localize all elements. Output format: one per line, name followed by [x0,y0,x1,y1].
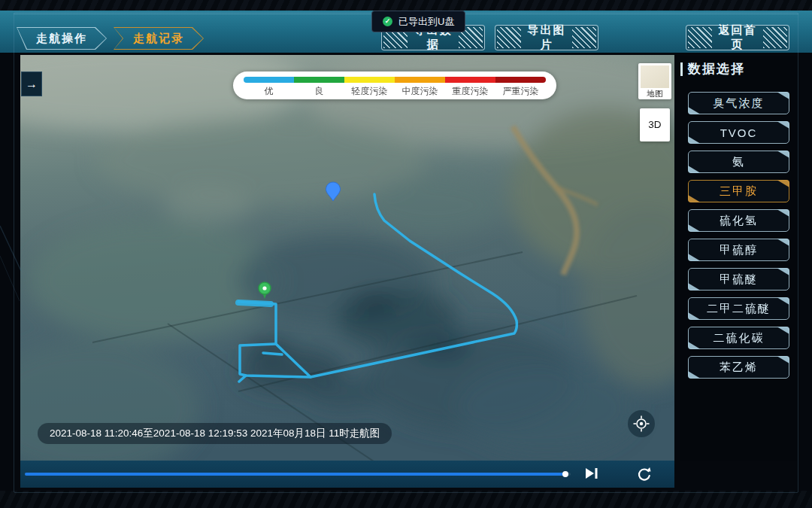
pollutant-button[interactable]: 苯乙烯 [688,356,789,379]
pollutant-label: 甲硫醇 [720,243,758,257]
pollutant-label: 二甲二硫醚 [707,302,771,316]
progress-fill [25,473,565,476]
success-check-icon: ✓ [383,17,392,26]
pollutant-button[interactable]: 硫化氢 [688,209,789,232]
pollutant-button[interactable]: 二甲二硫醚 [688,297,789,320]
left-circuit-decoration [0,203,23,354]
top-decorative-strip [0,0,812,11]
hatch-decoration [688,27,712,48]
map-3d-toggle-button[interactable]: 3D [640,108,670,141]
collapse-panel-arrow-button[interactable]: → [21,71,42,96]
playback-bar [20,461,674,488]
pollutant-button[interactable]: TVOC [688,121,789,144]
aqi-color-segment [244,77,294,83]
export-success-toast: ✓ 已导出到U盘 [371,11,465,32]
satellite-map-canvas [20,55,674,461]
pollutant-button[interactable]: 甲硫醇 [688,239,789,261]
playback-progress-track[interactable] [25,473,571,476]
aqi-color-segment [344,77,395,83]
pollutant-button[interactable]: 甲硫醚 [688,268,789,291]
hatch-decoration [497,27,521,48]
basemap-label: 地图 [638,88,671,99]
skip-end-icon [584,467,599,479]
refresh-icon [637,467,652,482]
basemap-switch-button[interactable]: 地图 [638,63,671,99]
export-image-button[interactable]: 导出图片 [495,25,598,50]
aqi-color-segment [495,77,546,83]
aqi-label-row: 优良轻度污染中度污染重度污染严重污染 [244,85,546,98]
bottom-decorative-strip [0,491,812,508]
tab-label: 走航记录 [114,27,204,50]
aqi-level-label: 优 [244,85,294,98]
pollutant-label: 甲硫醚 [720,272,758,287]
back-home-button[interactable]: 返回首页 [686,25,789,50]
map-panel[interactable]: → 优良轻度污染中度污染重度污染严重污染 地图 3D 2021-08-18 11… [20,55,674,461]
pollutant-label: 二硫化碳 [714,331,765,345]
hatch-decoration [572,27,596,48]
aqi-color-segment [294,77,344,83]
app-root: 走航操作 走航记录 导出数据 导出图片 返回首页 [0,0,812,508]
aqi-gradient-bar [244,77,546,83]
pollutant-button[interactable]: 氨 [688,151,789,173]
tab-label: 走航操作 [17,27,107,50]
skip-to-end-button[interactable] [583,467,601,482]
back-home-label: 返回首页 [714,23,762,52]
export-image-label: 导出图片 [523,23,571,52]
crosshair-target-icon [632,415,650,433]
aqi-level-label: 良 [294,85,344,98]
aqi-color-segment [395,77,445,83]
pollutant-button-list: 臭气浓度 TVOC 氨 三甲胺 硫化氢 甲硫醇 [680,92,797,379]
pollutant-label: 硫化氢 [720,214,758,228]
tab-group: 走航操作 走航记录 [17,27,204,50]
locate-compass-button[interactable] [628,410,655,437]
pollutant-button[interactable]: 三甲胺 [688,180,789,202]
route-time-caption: 2021-08-18 11:20:46至2021-08-18 12:19:53 … [38,423,392,444]
replay-button[interactable] [635,467,653,482]
aqi-level-label: 重度污染 [445,85,495,98]
pollutant-label: 三甲胺 [720,184,758,199]
data-select-sidebar: 数据选择 臭气浓度 TVOC 氨 三甲胺 [680,56,797,461]
pollutant-button[interactable]: 二硫化碳 [688,327,789,349]
toast-message: 已导出到U盘 [398,15,454,29]
title-accent-bar [680,62,683,76]
aqi-legend: 优良轻度污染中度污染重度污染严重污染 [233,71,556,99]
pollutant-button[interactable]: 臭气浓度 [688,92,789,114]
pollutant-label: 臭气浓度 [714,96,765,111]
nav-tab[interactable]: 走航记录 [114,27,204,50]
progress-knob[interactable] [562,471,568,477]
pollutant-label: 氨 [732,155,745,169]
aqi-level-label: 严重污染 [495,85,546,98]
sidebar-title: 数据选择 [680,60,797,78]
hatch-decoration [763,27,787,48]
basemap-thumbnail [641,65,669,88]
sidebar-title-text: 数据选择 [688,60,745,78]
aqi-level-label: 轻度污染 [344,85,395,98]
nav-tab[interactable]: 走航操作 [17,27,107,50]
aqi-color-segment [445,77,495,83]
aqi-level-label: 中度污染 [395,85,445,98]
pollutant-label: 苯乙烯 [720,360,758,375]
pollutant-label: TVOC [720,126,758,139]
